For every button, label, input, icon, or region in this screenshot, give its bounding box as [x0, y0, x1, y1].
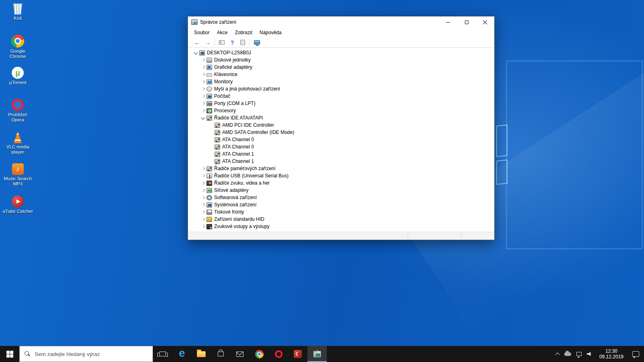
tree-item[interactable]: DESKTOP-L2S8B0J: [191, 49, 494, 56]
tree-item[interactable]: ATA Channel 1: [191, 150, 494, 158]
window-titlebar[interactable]: Správce zařízení: [188, 16, 494, 28]
taskbar-clock[interactable]: 12:30 09.12.2019: [596, 346, 627, 362]
desktop-icon[interactable]: Google Chrome: [1, 35, 35, 67]
tree-item[interactable]: ATA Channel 0: [191, 143, 494, 150]
menu-item[interactable]: Akce: [213, 28, 231, 37]
tree-item[interactable]: Myši a jiná polohovací zařízení: [191, 85, 494, 93]
expand-icon[interactable]: [200, 57, 206, 63]
tree-item[interactable]: Monitory: [191, 78, 494, 85]
menu-item[interactable]: Nápověda: [256, 28, 285, 37]
red-app-icon: [294, 350, 302, 358]
opera-taskbar-button[interactable]: [269, 346, 288, 362]
menu-bar: Soubor Akce Zobrazit Nápověda: [188, 28, 494, 37]
tree-item[interactable]: Tiskové fronty: [191, 208, 494, 216]
desktop-icon[interactable]: µTorrent: [1, 67, 35, 99]
tree-item[interactable]: Systémová zařízení: [191, 201, 494, 208]
expand-icon[interactable]: [200, 93, 206, 99]
close-button[interactable]: [476, 16, 494, 28]
task-view-icon: [159, 352, 166, 356]
expand-icon[interactable]: [200, 180, 206, 186]
tree-item[interactable]: Softwarová zařízení: [191, 194, 494, 201]
expand-icon[interactable]: [200, 107, 206, 114]
chrome-icon: [255, 350, 264, 358]
tree-item[interactable]: Počítač: [191, 93, 494, 100]
tree-item[interactable]: Řadiče paměťových zařízení: [191, 165, 494, 172]
tree-item[interactable]: Zvukové vstupy a výstupy: [191, 223, 494, 230]
expand-icon[interactable]: [200, 209, 206, 215]
desktop-icon[interactable]: Music Search MP3: [1, 163, 35, 195]
properties-button[interactable]: [237, 38, 248, 47]
action-center-button[interactable]: [627, 346, 644, 362]
utorrent-icon: [12, 67, 24, 79]
expand-icon[interactable]: [200, 86, 206, 92]
expand-icon[interactable]: [200, 100, 206, 107]
tree-item[interactable]: Diskové jednotky: [191, 56, 494, 64]
device-manager-icon: [313, 351, 321, 358]
help-button[interactable]: ?: [227, 38, 237, 47]
start-button[interactable]: [0, 346, 19, 362]
tree-item[interactable]: Síťové adaptéry: [191, 187, 494, 194]
edge-taskbar-button[interactable]: [172, 346, 192, 362]
tree-item[interactable]: Řadiče USB (Universal Serial Bus): [191, 172, 494, 179]
scan-hardware-icon: [254, 40, 260, 45]
tree-item[interactable]: Řadiče IDE ATA/ATAPI: [191, 114, 494, 121]
show-console-tree-button[interactable]: [217, 38, 227, 47]
tree-item-label: AMD SATA Controller (IDE Mode): [222, 130, 294, 135]
desktop-icon[interactable]: aTube Catcher: [1, 195, 35, 228]
red-app-taskbar-button[interactable]: [288, 346, 308, 362]
tree-item[interactable]: Řadiče zvuku, videa a her: [191, 179, 494, 187]
desktop-icon[interactable]: Koš: [1, 2, 35, 35]
back-button[interactable]: ←: [192, 38, 202, 47]
menu-item[interactable]: Zobrazit: [231, 28, 256, 37]
network-icon[interactable]: [576, 352, 582, 356]
tree-item[interactable]: Zařízení standardu HID: [191, 216, 494, 223]
store-taskbar-button[interactable]: [211, 346, 230, 362]
expand-icon[interactable]: [200, 223, 206, 230]
maximize-button[interactable]: [457, 16, 476, 28]
tree-item-label: Síťové adaptéry: [214, 187, 248, 193]
device-manager-taskbar-button[interactable]: [308, 346, 327, 362]
tree-item-label: ATA Channel 1: [222, 158, 254, 164]
expand-icon[interactable]: [200, 64, 206, 70]
expand-icon[interactable]: [200, 71, 206, 78]
display-adapter-icon: [206, 65, 212, 70]
search-input[interactable]: [34, 351, 147, 358]
expand-icon[interactable]: [200, 216, 206, 222]
tree-item[interactable]: Klávesnice: [191, 71, 494, 78]
forward-button[interactable]: →: [202, 38, 213, 47]
file-explorer-taskbar-button[interactable]: [192, 346, 211, 362]
mail-taskbar-button[interactable]: [230, 346, 250, 362]
chrome-taskbar-button[interactable]: [250, 346, 269, 362]
hidden-icons-icon[interactable]: [555, 352, 559, 357]
processor-icon: [206, 108, 212, 113]
onedrive-icon[interactable]: [564, 352, 571, 356]
minimize-button[interactable]: [439, 16, 457, 28]
tree-item[interactable]: Procesory: [191, 107, 494, 114]
keyboard-icon: [206, 73, 212, 77]
tree-item[interactable]: Grafické adaptéry: [191, 64, 494, 71]
expand-icon[interactable]: [200, 202, 206, 208]
mouse-icon: [206, 86, 212, 92]
tree-item[interactable]: Porty (COM a LPT): [191, 100, 494, 107]
tree-item[interactable]: ATA Channel 1: [191, 158, 494, 165]
expand-icon[interactable]: [200, 78, 206, 85]
desktop-icon[interactable]: Prohlížeč Opera: [1, 99, 35, 131]
collapse-icon[interactable]: [193, 49, 199, 56]
task-view-taskbar-button[interactable]: [153, 346, 172, 362]
volume-icon[interactable]: [587, 352, 592, 356]
opera-icon: [275, 350, 283, 358]
wallpaper-logo-outline: [506, 60, 643, 249]
expand-icon[interactable]: [200, 165, 206, 172]
expand-icon[interactable]: [200, 194, 206, 201]
desktop-icon[interactable]: VLC media player: [1, 131, 35, 163]
scan-hardware-button[interactable]: [252, 38, 262, 47]
tree-item[interactable]: AMD PCI IDE Controller: [191, 121, 494, 129]
collapse-icon[interactable]: [200, 115, 206, 121]
menu-item[interactable]: Soubor: [190, 28, 213, 37]
tree-item[interactable]: AMD SATA Controller (IDE Mode): [191, 129, 494, 136]
taskbar-search[interactable]: [19, 346, 153, 362]
expand-icon[interactable]: [200, 187, 206, 193]
tree-indent: [208, 151, 215, 157]
expand-icon[interactable]: [200, 173, 206, 179]
tree-item[interactable]: ATA Channel 0: [191, 136, 494, 143]
